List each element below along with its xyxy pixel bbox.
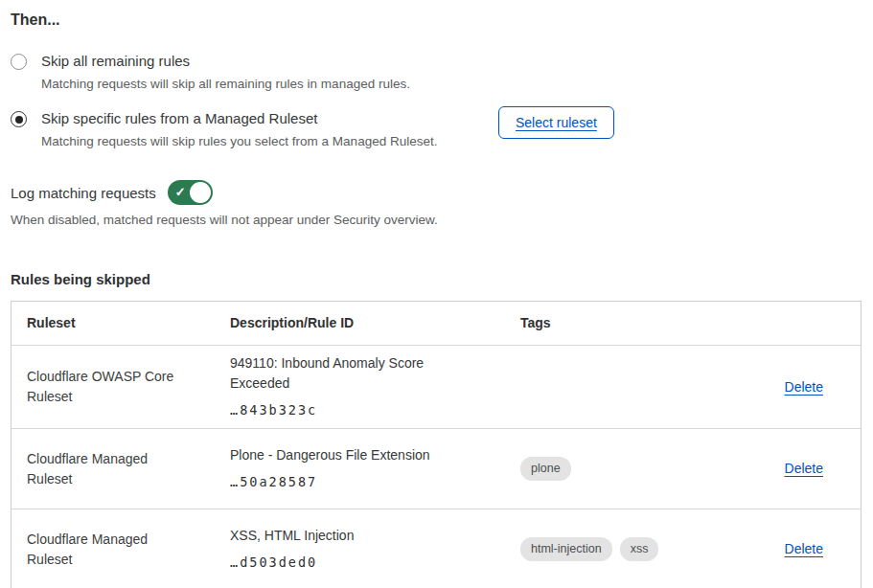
- option-description: Matching requests will skip rules you se…: [41, 133, 484, 150]
- table-row: Cloudflare OWASP Core Ruleset 949110: In…: [11, 345, 861, 428]
- rule-description-cell: 949110: Inbound Anomaly Score Exceeded ……: [215, 346, 505, 428]
- option-text: Skip specific rules from a Managed Rules…: [41, 109, 484, 150]
- rule-description: 949110: Inbound Anomaly Score Exceeded: [230, 353, 486, 394]
- select-ruleset-button[interactable]: Select ruleset: [498, 106, 614, 139]
- delete-link[interactable]: Delete: [785, 461, 823, 476]
- tags-cell: html-injection xss: [505, 530, 711, 569]
- option-skip-all-remaining: Skip all remaining rules Matching reques…: [11, 52, 862, 93]
- radio-skip-all-remaining[interactable]: [11, 54, 27, 70]
- rule-id: …d503ded0: [230, 553, 486, 573]
- tag-badge: plone: [520, 457, 571, 481]
- table-row: Cloudflare Managed Ruleset XSS, HTML Inj…: [11, 509, 861, 588]
- rules-being-skipped-heading: Rules being skipped: [11, 271, 862, 287]
- column-header-actions: [711, 316, 861, 331]
- rule-description-cell: Plone - Dangerous File Extension …50a285…: [215, 438, 505, 500]
- tags-cell: [505, 379, 711, 395]
- column-header-ruleset: Ruleset: [11, 305, 215, 341]
- actions-cell: Delete: [711, 451, 861, 486]
- actions-cell: Delete: [711, 370, 861, 405]
- log-matching-requests-toggle[interactable]: ✓: [168, 180, 213, 205]
- column-header-description: Description/Rule ID: [215, 305, 505, 341]
- radio-skip-specific-rules[interactable]: [11, 111, 27, 127]
- waf-skip-rule-panel: Then... Skip all remaining rules Matchin…: [0, 0, 873, 588]
- ruleset-name: Cloudflare Managed Ruleset: [11, 441, 215, 497]
- option-text: Skip all remaining rules Matching reques…: [41, 52, 484, 93]
- log-matching-requests-row: Log matching requests ✓: [11, 180, 862, 205]
- option-skip-specific-rules: Skip specific rules from a Managed Rules…: [11, 109, 862, 150]
- delete-link[interactable]: Delete: [785, 379, 823, 395]
- rule-description: Plone - Dangerous File Extension: [230, 445, 486, 465]
- rules-being-skipped-table: Ruleset Description/Rule ID Tags Cloudfl…: [11, 301, 862, 588]
- check-icon: ✓: [175, 186, 186, 198]
- rule-description: XSS, HTML Injection: [230, 526, 486, 546]
- table-row: Cloudflare Managed Ruleset Plone - Dange…: [11, 428, 861, 509]
- rule-description-cell: XSS, HTML Injection …d503ded0: [215, 518, 505, 580]
- rule-id: …843b323c: [230, 400, 486, 420]
- log-description: When disabled, matched requests will not…: [11, 213, 862, 227]
- column-header-tags: Tags: [505, 305, 711, 341]
- tag-badge: html-injection: [520, 537, 612, 561]
- option-label[interactable]: Skip specific rules from a Managed Rules…: [41, 109, 484, 128]
- toggle-knob: [190, 182, 211, 203]
- actions-cell: Delete: [711, 531, 861, 567]
- tags-cell: plone: [505, 449, 711, 488]
- delete-link[interactable]: Delete: [785, 541, 823, 556]
- ruleset-name: Cloudflare OWASP Core Ruleset: [11, 359, 215, 415]
- tag-badge: xss: [620, 537, 659, 561]
- option-description: Matching requests will skip all remainin…: [41, 76, 484, 93]
- option-label[interactable]: Skip all remaining rules: [41, 52, 484, 71]
- table-header-row: Ruleset Description/Rule ID Tags: [11, 302, 861, 345]
- then-heading: Then...: [11, 11, 862, 29]
- ruleset-name: Cloudflare Managed Ruleset: [11, 522, 215, 577]
- log-matching-requests-label: Log matching requests: [11, 185, 156, 201]
- rule-id: …50a28587: [230, 472, 486, 492]
